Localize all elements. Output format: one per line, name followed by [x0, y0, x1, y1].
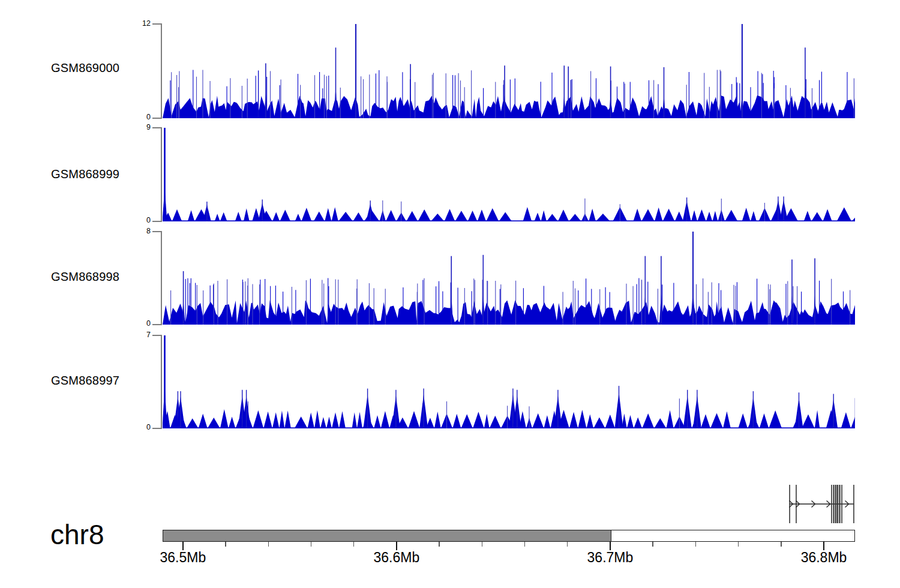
- y-axis-zero-label: 0: [127, 113, 151, 121]
- y-axis-max-label: 9: [127, 123, 151, 131]
- y-axis-max-label: 8: [127, 227, 151, 235]
- y-axis-zero-tick: [152, 221, 161, 222]
- y-axis-zero-tick: [152, 324, 161, 325]
- chromosome-bar: [163, 530, 855, 542]
- ruler-minor-tick: [781, 542, 782, 547]
- chromosome-highlight-region: [163, 530, 611, 541]
- ruler-tick-label: 36.7Mb: [577, 550, 643, 566]
- y-axis-top-tick: [152, 231, 161, 232]
- ruler-minor-tick: [695, 542, 697, 547]
- y-axis-zero-label: 0: [127, 423, 151, 431]
- ruler-minor-tick: [225, 542, 226, 547]
- ruler-major-tick: [823, 542, 824, 550]
- y-axis-line: [161, 335, 162, 429]
- y-axis-zero-label: 0: [127, 216, 151, 224]
- ruler-tick-label: 36.6Mb: [364, 550, 430, 566]
- ruler-major-tick: [182, 542, 184, 550]
- ruler-tick-label: 36.8Mb: [791, 550, 857, 566]
- track-label: GSM868999: [51, 167, 141, 181]
- genome-browser-figure: chr8 GSM869000120GSM86899990GSM86899880G…: [0, 0, 900, 588]
- y-axis-line: [161, 127, 162, 222]
- ruler-minor-tick: [268, 542, 269, 547]
- track-label: GSM868997: [51, 374, 141, 388]
- y-axis-top-tick: [152, 335, 161, 336]
- y-axis-zero-tick: [152, 428, 161, 429]
- y-axis-top-tick: [152, 127, 161, 128]
- track-label: GSM868998: [51, 270, 141, 284]
- y-axis-max-label: 12: [127, 19, 151, 28]
- y-axis-zero-tick: [152, 118, 161, 119]
- ruler-minor-tick: [524, 542, 526, 547]
- ruler-minor-tick: [353, 542, 355, 547]
- gene-model: [788, 482, 860, 526]
- chromosome-name: chr8: [50, 518, 104, 551]
- ruler-major-tick: [610, 542, 611, 550]
- y-axis-top-tick: [152, 23, 161, 25]
- ruler-major-tick: [396, 542, 397, 550]
- y-axis-zero-label: 0: [127, 319, 151, 328]
- ruler-minor-tick: [738, 542, 739, 547]
- ruler-minor-tick: [311, 542, 312, 547]
- signal-plot-GSM869000: [163, 24, 855, 118]
- ruler-tick-label: 36.5Mb: [150, 550, 216, 566]
- signal-plot-GSM868998: [163, 232, 855, 325]
- signal-plot-GSM868997: [163, 335, 855, 428]
- ruler-minor-tick: [439, 542, 440, 547]
- chromosome-region-divider: [611, 530, 612, 541]
- signal-plot-GSM868999: [163, 128, 855, 221]
- y-axis-line: [161, 23, 162, 119]
- y-axis-max-label: 7: [127, 331, 151, 339]
- y-axis-line: [161, 231, 162, 325]
- ruler-minor-tick: [652, 542, 653, 547]
- ruler-minor-tick: [482, 542, 483, 547]
- track-label: GSM869000: [51, 61, 141, 75]
- ruler-minor-tick: [567, 542, 568, 547]
